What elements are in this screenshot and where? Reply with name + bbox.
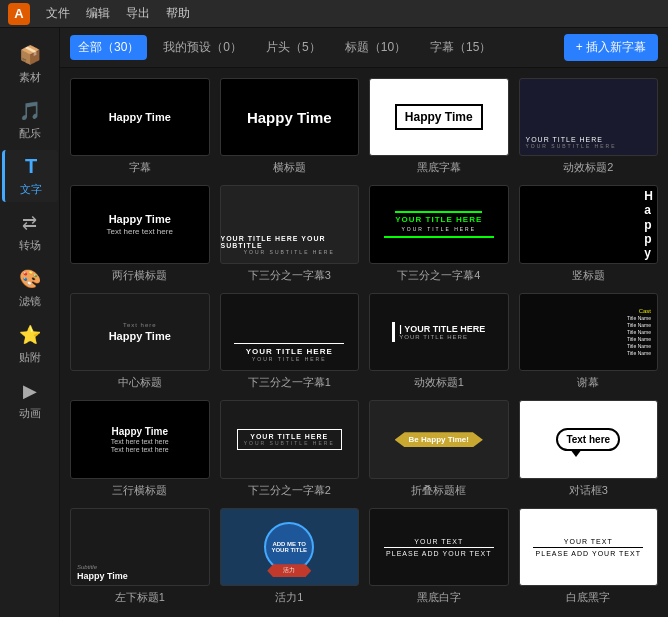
- content-area: 全部（30） 我的预设（0） 片头（5） 标题（10） 字幕（15） + 插入新…: [60, 28, 668, 617]
- app-logo: A: [8, 3, 30, 25]
- template-label: 动效标题1: [414, 375, 464, 390]
- thumbnail-lowerleft1: Subtitle Happy Time: [70, 508, 210, 586]
- tab-title[interactable]: 标题（10）: [337, 35, 414, 60]
- list-item[interactable]: Be Happy Time! 折叠标题框: [369, 400, 509, 497]
- thumbnail-sanxing: Happy Time Text here text here Text here…: [70, 400, 210, 478]
- thumbnail-heidizizmu: Happy Time: [369, 78, 509, 156]
- main-layout: 📦 素材 🎵 配乐 T 文字 ⇄ 转场 🎨 滤镜 ⭐ 贴附 ▶ 动画: [0, 28, 668, 617]
- grid-area: Happy Time 字幕 Happy Time 横标题 Happy Time: [60, 68, 668, 617]
- insert-new-subtitle-button[interactable]: + 插入新字幕: [564, 34, 658, 61]
- thumbnail-folded: Be Happy Time!: [369, 400, 509, 478]
- template-label: 黑底白字: [417, 590, 461, 605]
- template-label: 下三分之一字幕1: [248, 375, 331, 390]
- template-label: 左下标题1: [115, 590, 165, 605]
- thumbnail-xiasanfen4: YOUR TITLE HERE YOUR TITLE HERE: [369, 185, 509, 263]
- list-item[interactable]: YOUR TITLE HERE YOUR SUBTITLE HERE 动效标题2: [519, 78, 659, 175]
- template-label: 中心标题: [118, 375, 162, 390]
- list-item[interactable]: Subtitle Happy Time 左下标题1: [70, 508, 210, 605]
- template-label: 三行横标题: [112, 483, 167, 498]
- thumbnail-dongxiaobiaoti2: YOUR TITLE HERE YOUR SUBTITLE HERE: [519, 78, 659, 156]
- template-label: 动效标题2: [563, 160, 613, 175]
- template-label: 下三分之一字幕3: [248, 268, 331, 283]
- sticker-icon: ⭐: [19, 324, 41, 346]
- menu-edit[interactable]: 编辑: [86, 5, 110, 22]
- list-item[interactable]: YOUR TEXT PLEASE ADD YOUR TEXT 白底黑字: [519, 508, 659, 605]
- list-item[interactable]: Cast Title Name Title Name Title Name Ti…: [519, 293, 659, 390]
- menu-file[interactable]: 文件: [46, 5, 70, 22]
- sidebar-item-music[interactable]: 🎵 配乐: [2, 94, 58, 146]
- sidebar-item-animation[interactable]: ▶ 动画: [2, 374, 58, 426]
- template-label: 字幕: [129, 160, 151, 175]
- template-label: 两行横标题: [112, 268, 167, 283]
- sidebar-item-filter[interactable]: 🎨 滤镜: [2, 262, 58, 314]
- animation-icon: ▶: [23, 380, 37, 402]
- tab-all[interactable]: 全部（30）: [70, 35, 147, 60]
- list-item[interactable]: Happy 竖标题: [519, 185, 659, 282]
- sidebar-item-label: 转场: [19, 238, 41, 253]
- list-item[interactable]: Happy Time 字幕: [70, 78, 210, 175]
- thumbnail-bubble: Text here: [519, 400, 659, 478]
- list-item[interactable]: Happy Time 黑底字幕: [369, 78, 509, 175]
- list-item[interactable]: Text here 对话框3: [519, 400, 659, 497]
- tab-preset[interactable]: 我的预设（0）: [155, 35, 250, 60]
- thumbnail-vitality1: ADD ME TOYOUR TITLE 活力: [220, 508, 360, 586]
- tab-subtitle[interactable]: 字幕（15）: [422, 35, 499, 60]
- thumbnail-xiasanfen1: YOUR TITLE HERE YOUR TITLE HERE: [220, 293, 360, 371]
- sidebar-item-label: 滤镜: [19, 294, 41, 309]
- thumbnail-xiemu: Cast Title Name Title Name Title Name Ti…: [519, 293, 659, 371]
- sidebar-item-material[interactable]: 📦 素材: [2, 38, 58, 90]
- thumbnail-xiasanfen3: YOUR TITLE HERE YOUR SUBTITLE YOUR SUBTI…: [220, 185, 360, 263]
- material-icon: 📦: [19, 44, 41, 66]
- thumbnail-zhubiaoti: Happy: [519, 185, 659, 263]
- list-item[interactable]: YOUR TITLE HERE YOUR SUBTITLE HERE 下三分之一…: [220, 400, 360, 497]
- template-label: 谢幕: [577, 375, 599, 390]
- sidebar-item-label: 文字: [20, 182, 42, 197]
- music-icon: 🎵: [19, 100, 41, 122]
- sidebar-item-label: 配乐: [19, 126, 41, 141]
- list-item[interactable]: Happy Time Text here text here 两行横标题: [70, 185, 210, 282]
- list-item[interactable]: Happy Time Text here text here Text here…: [70, 400, 210, 497]
- sidebar-item-transition[interactable]: ⇄ 转场: [2, 206, 58, 258]
- transition-icon: ⇄: [22, 212, 37, 234]
- template-label: 活力1: [275, 590, 303, 605]
- filter-icon: 🎨: [19, 268, 41, 290]
- thumbnail-zhongxinbiaoti: Text here Happy Time: [70, 293, 210, 371]
- sidebar-item-label: 素材: [19, 70, 41, 85]
- tab-bar: 全部（30） 我的预设（0） 片头（5） 标题（10） 字幕（15） + 插入新…: [60, 28, 668, 68]
- template-label: 对话框3: [569, 483, 608, 498]
- list-item[interactable]: ADD ME TOYOUR TITLE 活力 活力1: [220, 508, 360, 605]
- template-grid: Happy Time 字幕 Happy Time 横标题 Happy Time: [70, 78, 658, 605]
- sidebar-item-label: 动画: [19, 406, 41, 421]
- sidebar-item-text[interactable]: T 文字: [2, 150, 58, 202]
- thumbnail-blackwhite: YOUR TEXT PLEASE ADD YOUR TEXT: [369, 508, 509, 586]
- sidebar-item-label: 贴附: [19, 350, 41, 365]
- list-item[interactable]: YOUR TEXT PLEASE ADD YOUR TEXT 黑底白字: [369, 508, 509, 605]
- list-item[interactable]: Text here Happy Time 中心标题: [70, 293, 210, 390]
- menubar: A 文件 编辑 导出 帮助: [0, 0, 668, 28]
- list-item[interactable]: | YOUR TITLE HERE YOUR TITLE HERE 动效标题1: [369, 293, 509, 390]
- template-label: 下三分之一字幕4: [397, 268, 480, 283]
- thumbnail-hengbiaoti: Happy Time: [220, 78, 360, 156]
- thumbnail-whiteblack: YOUR TEXT PLEASE ADD YOUR TEXT: [519, 508, 659, 586]
- list-item[interactable]: YOUR TITLE HERE YOUR TITLE HERE 下三分之一字幕4: [369, 185, 509, 282]
- list-item[interactable]: Happy Time 横标题: [220, 78, 360, 175]
- template-label: 横标题: [273, 160, 306, 175]
- text-icon: T: [25, 155, 37, 178]
- template-label: 折叠标题框: [411, 483, 466, 498]
- list-item[interactable]: YOUR TITLE HERE YOUR SUBTITLE YOUR SUBTI…: [220, 185, 360, 282]
- thumbnail-xiasanfen2: YOUR TITLE HERE YOUR SUBTITLE HERE: [220, 400, 360, 478]
- list-item[interactable]: YOUR TITLE HERE YOUR TITLE HERE 下三分之一字幕1: [220, 293, 360, 390]
- thumbnail-liangxing: Happy Time Text here text here: [70, 185, 210, 263]
- template-label: 竖标题: [572, 268, 605, 283]
- template-label: 白底黑字: [566, 590, 610, 605]
- menu-export[interactable]: 导出: [126, 5, 150, 22]
- tab-opener[interactable]: 片头（5）: [258, 35, 329, 60]
- sidebar-item-sticker[interactable]: ⭐ 贴附: [2, 318, 58, 370]
- thumbnail-dongxiaobiaoti1: | YOUR TITLE HERE YOUR TITLE HERE: [369, 293, 509, 371]
- template-label: 黑底字幕: [417, 160, 461, 175]
- menu-help[interactable]: 帮助: [166, 5, 190, 22]
- thumbnail-zimu: Happy Time: [70, 78, 210, 156]
- template-label: 下三分之一字幕2: [248, 483, 331, 498]
- sidebar: 📦 素材 🎵 配乐 T 文字 ⇄ 转场 🎨 滤镜 ⭐ 贴附 ▶ 动画: [0, 28, 60, 617]
